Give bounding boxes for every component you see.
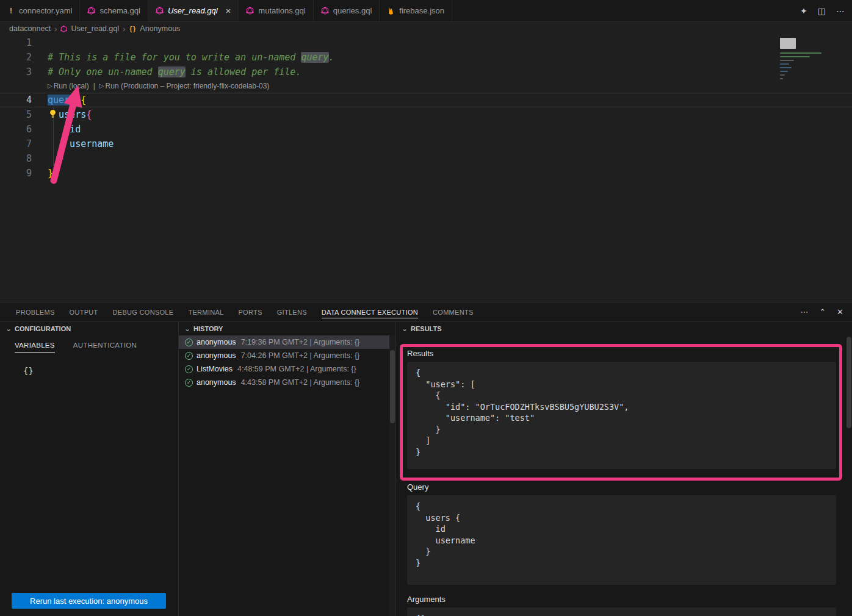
tab-variables[interactable]: VARIABLES <box>15 342 55 353</box>
history-item-3[interactable]: ✓ ListMovies 4:48:59 PM GMT+2 | Argument… <box>179 362 395 376</box>
history-item-details: 4:43:58 PM GMT+2 | Arguments: {} <box>241 378 360 387</box>
tab-label: connector.yaml <box>19 6 72 15</box>
tab-mutations-gql[interactable]: mutations.gql <box>239 0 313 21</box>
tab-authentication[interactable]: AUTHENTICATION <box>73 342 137 353</box>
history-item-name: ListMovies <box>197 365 233 373</box>
run-local-button[interactable]: ▷Run (local) <box>48 79 89 93</box>
history-section: ⌄ HISTORY ✓ anonymous 7:19:36 PM GMT+2 |… <box>179 322 395 616</box>
anonymous-symbol-icon: {} <box>129 26 136 32</box>
history-item-1[interactable]: ✓ anonymous 7:19:36 PM GMT+2 | Arguments… <box>179 335 395 349</box>
results-label: Results <box>407 349 836 358</box>
graphql-icon <box>246 7 254 15</box>
history-item-details: 7:04:26 PM GMT+2 | Arguments: {} <box>241 351 360 360</box>
run-icon: ▷ <box>48 79 52 93</box>
line-number: 2 <box>0 50 32 65</box>
graphql-icon <box>321 7 329 15</box>
code-line-5: 5 users{ <box>0 107 852 122</box>
history-item-4[interactable]: ✓ anonymous 4:43:58 PM GMT+2 | Arguments… <box>179 376 395 389</box>
line-number: 8 <box>0 151 32 166</box>
code-line-7: 7 username <box>0 137 852 151</box>
results-scrollbar[interactable] <box>846 335 852 616</box>
breadcrumb: dataconnect › User_read.gql › {} Anonymo… <box>0 22 852 35</box>
code-line-1: 1 <box>0 35 852 50</box>
graphql-icon <box>60 26 67 32</box>
panel-close-icon[interactable]: ✕ <box>837 307 843 317</box>
breadcrumb-separator: › <box>123 24 125 34</box>
arguments-label: Arguments <box>407 595 836 604</box>
more-actions-icon[interactable]: ⋯ <box>836 6 845 16</box>
panel-tab-problems[interactable]: PROBLEMS <box>9 303 62 321</box>
history-scrollbar[interactable] <box>389 335 395 616</box>
editor-actions: ✦ ◫ ⋯ <box>800 0 845 22</box>
close-tab-icon[interactable]: × <box>226 6 231 15</box>
panel-tab-data-connect-execution[interactable]: DATA CONNECT EXECUTION <box>314 303 425 321</box>
results-header[interactable]: ⌄ RESULTS <box>396 322 852 335</box>
vscode-window: { "colors": { "annotation_pink": "#ee398… <box>0 0 852 616</box>
minimap-thumbnail <box>780 38 796 49</box>
code-line-4-current: 4 query { <box>0 93 852 107</box>
tab-schema-gql[interactable]: schema.gql <box>80 0 148 21</box>
query-block: { users { id username } } <box>407 495 836 585</box>
panel-tab-gitlens[interactable]: GITLENS <box>270 303 314 321</box>
panel-tab-ports[interactable]: PORTS <box>231 303 269 321</box>
panel-more-icon[interactable]: ⋯ <box>800 307 808 317</box>
history-item-2[interactable]: ✓ anonymous 7:04:26 PM GMT+2 | Arguments… <box>179 349 395 362</box>
code-line-8: 8 } <box>0 151 852 166</box>
panel-tab-output[interactable]: OUTPUT <box>62 303 106 321</box>
breadcrumb-separator: › <box>54 24 57 34</box>
configuration-tabs: VARIABLES AUTHENTICATION <box>15 342 178 353</box>
tab-label: schema.gql <box>99 6 140 15</box>
results-body: Results { "users": [ { "id": "OrTucFODZH… <box>396 335 852 616</box>
history-item-details: 4:48:59 PM GMT+2 | Arguments: {} <box>237 365 356 373</box>
tab-connector-yaml[interactable]: ! connector.yaml <box>0 0 80 21</box>
line-number: 6 <box>0 122 32 137</box>
run-production-button[interactable]: ▷Run (Production – Project: friendly-fli… <box>99 79 270 93</box>
arguments-block: {} <box>407 607 836 616</box>
minimap[interactable] <box>779 37 847 95</box>
breadcrumb-item-file[interactable]: User_read.gql <box>71 24 119 33</box>
line-number: 7 <box>0 137 32 151</box>
success-check-icon: ✓ <box>185 338 193 346</box>
rerun-last-execution-button[interactable]: Rerun last execution: anonymous <box>12 593 166 609</box>
line-number: 9 <box>0 166 32 181</box>
firebase-icon <box>387 7 395 15</box>
code-editor[interactable]: 1 2 # This is a file for you to write an… <box>0 35 852 302</box>
bottom-panel: PROBLEMS OUTPUT DEBUG CONSOLE TERMINAL P… <box>0 302 852 616</box>
success-check-icon: ✓ <box>185 365 193 373</box>
split-editor-icon[interactable]: ◫ <box>818 6 826 16</box>
code-line-6: 6 id <box>0 122 852 137</box>
graphql-icon <box>87 7 95 15</box>
panel-tab-terminal[interactable]: TERMINAL <box>181 303 231 321</box>
success-check-icon: ✓ <box>185 379 193 387</box>
lightbulb-icon[interactable] <box>49 109 57 119</box>
tab-firebase-json[interactable]: firebase.json <box>380 0 452 21</box>
codelens-separator: | <box>93 79 95 93</box>
panel-tab-bar: PROBLEMS OUTPUT DEBUG CONSOLE TERMINAL P… <box>0 303 852 321</box>
line-number: 1 <box>0 35 32 50</box>
variables-value[interactable]: {} <box>23 366 178 376</box>
history-item-name: anonymous <box>197 338 236 346</box>
results-section: ⌄ RESULTS Results { "users": [ { "id": "… <box>395 322 852 616</box>
configuration-section: ⌄ CONFIGURATION VARIABLES AUTHENTICATION… <box>0 322 179 616</box>
copilot-sparkle-icon[interactable]: ✦ <box>800 6 807 16</box>
chevron-down-icon: ⌄ <box>184 325 190 332</box>
tab-label: User_read.gql <box>168 6 218 15</box>
data-connect-execution-view: ⌄ CONFIGURATION VARIABLES AUTHENTICATION… <box>0 321 852 616</box>
breadcrumb-item-dataconnect[interactable]: dataconnect <box>9 24 51 33</box>
word-highlight: query <box>301 52 328 63</box>
configuration-header[interactable]: ⌄ CONFIGURATION <box>0 322 178 335</box>
panel-maximize-icon[interactable]: ⌃ <box>819 307 826 317</box>
tab-queries-gql[interactable]: queries.gql <box>314 0 380 21</box>
line-number: 4 <box>0 93 32 107</box>
selected-word-query: query <box>48 95 75 106</box>
code-line-9: 9 } <box>0 166 852 181</box>
history-header[interactable]: ⌄ HISTORY <box>179 322 395 335</box>
yaml-warning-icon: ! <box>7 7 15 15</box>
tab-user-read-gql[interactable]: User_read.gql × <box>148 0 239 21</box>
panel-tab-debug-console[interactable]: DEBUG CONSOLE <box>106 303 181 321</box>
breadcrumb-item-anonymous[interactable]: Anonymous <box>140 24 180 33</box>
panel-tab-comments[interactable]: COMMENTS <box>425 303 481 321</box>
tab-label: firebase.json <box>399 6 444 15</box>
codelens-row: ▷Run (local) | ▷Run (Production – Projec… <box>0 79 852 93</box>
tab-label: mutations.gql <box>258 6 305 15</box>
